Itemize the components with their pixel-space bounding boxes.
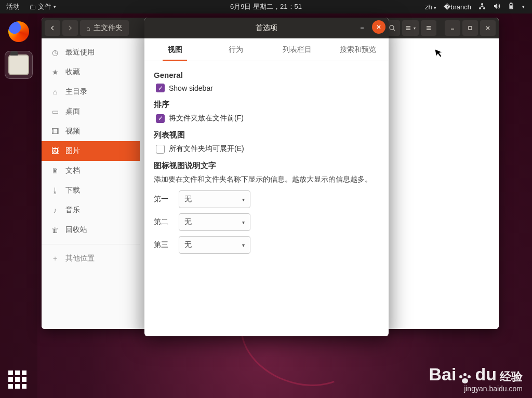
desktop-icon: ▭ <box>51 107 59 116</box>
document-icon: 🗎 <box>51 167 59 175</box>
checkbox-folders-first-label: 将文件夹放在文件前(F) <box>169 114 244 123</box>
download-icon: ⭳ <box>51 186 59 195</box>
watermark-brand-du: du <box>475 364 497 385</box>
tab-view[interactable]: 视图 <box>144 38 206 61</box>
sidebar-item-trash[interactable]: 🗑回收站 <box>42 220 140 240</box>
sidebar-item-starred[interactable]: ★收藏 <box>42 62 140 82</box>
close-button[interactable] <box>372 20 385 34</box>
checkbox-expandable-folders-label: 所有文件夹均可展开(E) <box>169 144 244 154</box>
trash-icon: 🗑 <box>51 226 59 234</box>
chevron-down-icon: ▾ <box>54 4 56 9</box>
divider <box>42 244 140 244</box>
show-applications-button[interactable] <box>8 370 26 389</box>
input-method-indicator[interactable]: zh ▾ <box>425 3 436 11</box>
close-button[interactable] <box>480 20 496 36</box>
image-icon: 🖼 <box>51 147 59 155</box>
caption-second-combo[interactable]: 无 ▾ <box>179 213 250 231</box>
star-icon: ★ <box>51 68 59 76</box>
chevron-down-icon: ▾ <box>242 197 245 202</box>
maximize-button[interactable] <box>462 20 478 36</box>
back-button[interactable] <box>45 20 60 36</box>
svg-rect-5 <box>510 6 512 8</box>
preferences-body: General ✓ Show sidebar 排序 ✓ 将文件夹放在文件前(F)… <box>144 61 389 266</box>
svg-point-0 <box>481 3 483 5</box>
watermark-brand-jy: 经验 <box>500 369 523 385</box>
folder-icon: 🗀 <box>29 3 36 11</box>
checkbox-show-sidebar-label: Show sidebar <box>169 84 213 92</box>
network-wired-icon[interactable] <box>478 3 486 11</box>
pathbar-home[interactable]: ⌂ 主文件夹 <box>80 20 129 36</box>
network-icon[interactable]: �branch <box>444 3 471 11</box>
caption-third-label: 第三 <box>154 240 172 250</box>
section-general-heading: General <box>154 71 379 79</box>
caption-second-label: 第二 <box>154 217 172 227</box>
preferences-tabs: 视图 行为 列表栏目 搜索和预览 <box>144 38 389 61</box>
watermark-brand-main: Bai <box>429 364 457 385</box>
minimize-button[interactable] <box>355 20 369 34</box>
preferences-headerbar: 首选项 <box>144 18 389 38</box>
dock <box>0 13 37 398</box>
system-menu-chevron-icon[interactable]: ▾ <box>522 4 525 9</box>
chevron-down-icon: ▾ <box>242 219 245 225</box>
caption-second-value: 无 <box>184 217 192 227</box>
chevron-down-icon: ▾ <box>414 26 416 31</box>
svg-rect-4 <box>511 3 512 4</box>
svg-point-6 <box>390 25 394 30</box>
forward-button[interactable] <box>62 20 78 36</box>
watermark-sub: jingyan.baidu.com <box>429 385 523 393</box>
dock-item-files[interactable] <box>5 51 33 79</box>
dialog-title: 首选项 <box>256 23 277 33</box>
sidebar-item-music[interactable]: ♪音乐 <box>42 200 140 220</box>
clock-icon: ◷ <box>51 48 59 57</box>
files-sidebar: ◷最近使用 ★收藏 ⌂主目录 ▭桌面 🎞视频 🖼图片 🗎文档 ⭳下载 ♪音乐 🗑… <box>42 38 140 329</box>
pathbar-label: 主文件夹 <box>94 23 123 33</box>
checkbox-folders-first[interactable]: ✓ <box>156 114 165 123</box>
battery-icon[interactable] <box>508 3 515 11</box>
minimize-button[interactable] <box>445 20 460 36</box>
caption-first-label: 第一 <box>154 195 172 204</box>
view-toggle-button[interactable]: ▾ <box>402 20 419 36</box>
sidebar-item-pictures[interactable]: 🖼图片 <box>42 141 140 161</box>
section-icon-captions-heading: 图标视图说明文字 <box>154 161 379 171</box>
svg-point-1 <box>479 7 481 9</box>
files-icon <box>8 54 29 75</box>
caption-third-combo[interactable]: 无 ▾ <box>179 236 250 254</box>
activities-button[interactable]: 活动 <box>6 2 20 11</box>
sidebar-item-videos[interactable]: 🎞视频 <box>42 121 140 141</box>
svg-rect-7 <box>469 26 472 30</box>
checkbox-show-sidebar[interactable]: ✓ <box>156 84 165 92</box>
music-icon: ♪ <box>51 206 59 214</box>
firefox-icon <box>8 21 29 42</box>
paw-icon <box>459 373 471 385</box>
caption-third-value: 无 <box>184 240 192 250</box>
caption-first-value: 无 <box>184 195 192 204</box>
top-panel: 活动 🗀 文件 ▾ 6月9日 星期二，21：51 zh ▾ �branch ▾ <box>0 0 532 13</box>
section-sort-heading: 排序 <box>154 100 379 109</box>
tab-behavior[interactable]: 行为 <box>206 38 267 61</box>
app-menu-label: 文件 <box>38 2 51 11</box>
chevron-down-icon: ▾ <box>434 5 436 10</box>
volume-icon[interactable] <box>493 3 500 11</box>
app-menu-files[interactable]: 🗀 文件 ▾ <box>29 2 56 11</box>
preferences-dialog: 首选项 视图 行为 列表栏目 搜索和预览 General ✓ Show side… <box>144 18 389 336</box>
svg-point-2 <box>483 7 485 9</box>
sidebar-item-home[interactable]: ⌂主目录 <box>42 82 140 102</box>
section-list-view-heading: 列表视图 <box>154 130 379 140</box>
sidebar-item-documents[interactable]: 🗎文档 <box>42 161 140 181</box>
dock-item-firefox[interactable] <box>5 18 33 46</box>
sidebar-item-downloads[interactable]: ⭳下载 <box>42 181 140 200</box>
checkbox-expandable-folders[interactable] <box>156 145 165 154</box>
icon-captions-description: 添加要在文件和文件夹名称下显示的信息。越放大显示的信息越多。 <box>154 175 379 184</box>
chevron-down-icon: ▾ <box>242 242 245 248</box>
tab-list-columns[interactable]: 列表栏目 <box>267 38 328 61</box>
video-icon: 🎞 <box>51 127 59 135</box>
clock[interactable]: 6月9日 星期二，21：51 <box>230 2 302 11</box>
sidebar-item-other-locations[interactable]: +其他位置 <box>42 249 140 268</box>
sidebar-item-desktop[interactable]: ▭桌面 <box>42 102 140 121</box>
caption-first-combo[interactable]: 无 ▾ <box>179 190 250 208</box>
hamburger-menu-button[interactable] <box>421 20 436 36</box>
plus-icon: + <box>51 254 59 263</box>
watermark: Bai du 经验 jingyan.baidu.com <box>429 364 523 393</box>
tab-search-preview[interactable]: 搜索和预览 <box>328 38 389 61</box>
sidebar-item-recent[interactable]: ◷最近使用 <box>42 43 140 62</box>
